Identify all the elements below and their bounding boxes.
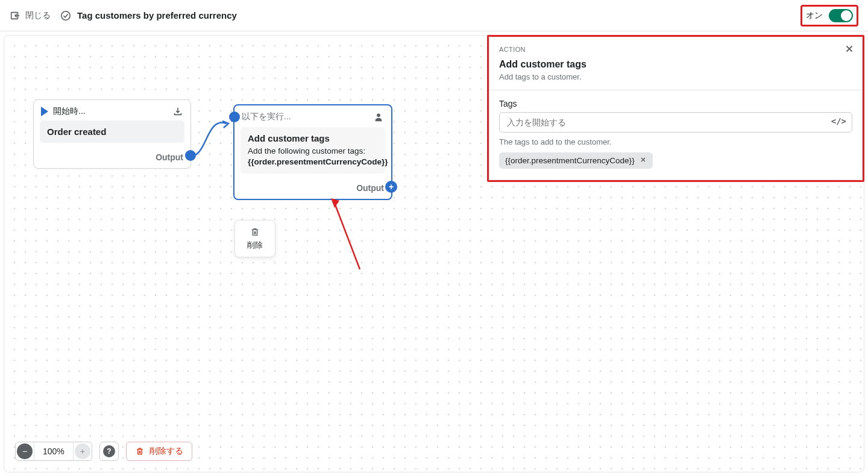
action-desc-prefix: Add the following customer tags:	[248, 146, 365, 155]
close-icon	[844, 43, 855, 54]
panel-title: Add customer tags	[499, 59, 852, 70]
trigger-foot: Output	[34, 149, 190, 168]
delete-node-label: 削除	[247, 240, 263, 251]
delete-workflow-label: 削除する	[149, 446, 183, 457]
header: 閉じる Tag customers by preferred currency …	[0, 0, 868, 31]
action-add-output[interactable]: +	[385, 181, 397, 193]
svg-line-3	[335, 203, 360, 269]
close-label: 閉じる	[25, 10, 51, 21]
delete-workflow-button[interactable]: 削除する	[126, 442, 192, 461]
panel-body: Tags </> The tags to add to the customer…	[489, 90, 862, 180]
panel-close-button[interactable]	[844, 43, 855, 56]
title-wrap: Tag customers by preferred currency	[60, 10, 237, 21]
trash-icon	[250, 227, 260, 237]
tags-help-text: The tags to add to the customer.	[499, 137, 852, 146]
person-icon	[373, 111, 384, 122]
exit-icon	[10, 10, 20, 21]
action-input-port[interactable]	[229, 111, 240, 122]
trigger-body: Order created	[40, 121, 184, 143]
trigger-node[interactable]: 開始時... Order created Output	[33, 99, 191, 169]
svg-point-2	[377, 113, 380, 117]
action-body: Add customer tags Add the following cust…	[241, 127, 385, 174]
trigger-node-head: 開始時...	[34, 100, 190, 121]
tag-chip-remove[interactable]	[640, 156, 647, 165]
trigger-output-label: Output	[156, 152, 183, 162]
tags-field-label: Tags	[499, 99, 852, 108]
action-panel: ACTION Add customer tags Add tags to a c…	[489, 37, 863, 180]
help-icon: ?	[103, 445, 115, 457]
play-icon	[41, 107, 48, 116]
action-output-label: Output	[356, 183, 384, 193]
action-desc-value: {{order.presentmentCurrencyCode}}	[248, 157, 388, 166]
zoom-in-button[interactable]: +	[75, 443, 90, 459]
workflow-toggle[interactable]	[829, 9, 853, 22]
page-title: Tag customers by preferred currency	[77, 10, 237, 20]
bottom-toolbar: − 100% + ? 削除する	[15, 442, 192, 461]
svg-point-1	[61, 11, 70, 19]
close-icon	[640, 156, 647, 163]
help-button[interactable]: ?	[99, 442, 119, 461]
trigger-head-label: 開始時...	[53, 106, 86, 117]
zoom-control: − 100% +	[15, 442, 92, 461]
tag-chip: {{order.presentmentCurrencyCode}}	[499, 152, 653, 169]
check-circle-icon	[60, 10, 71, 21]
toggle-label: オン	[806, 10, 823, 21]
annotation-arrow	[330, 197, 366, 275]
panel-eyebrow: ACTION	[499, 46, 852, 53]
trash-icon	[135, 446, 145, 456]
zoom-out-button[interactable]: −	[17, 443, 33, 459]
zoom-value[interactable]: 100%	[34, 442, 74, 460]
panel-subtitle: Add tags to a customer.	[499, 72, 852, 81]
action-node-head: 以下を実行...	[234, 105, 391, 127]
header-left: 閉じる Tag customers by preferred currency	[10, 10, 237, 21]
action-panel-highlight: ACTION Add customer tags Add tags to a c…	[487, 35, 864, 182]
action-head-label: 以下を実行...	[242, 111, 291, 122]
panel-head: ACTION Add customer tags Add tags to a c…	[489, 37, 862, 90]
code-icon[interactable]: </>	[831, 116, 846, 126]
action-foot: Output	[234, 180, 391, 199]
trigger-output-port[interactable]	[185, 150, 196, 161]
action-body-desc: Add the following customer tags: {{order…	[248, 146, 378, 168]
import-icon[interactable]	[172, 106, 183, 117]
close-button[interactable]: 閉じる	[10, 10, 51, 21]
tags-input[interactable]	[499, 112, 852, 133]
action-body-title: Add customer tags	[248, 133, 378, 143]
tags-input-wrap: </>	[499, 112, 852, 133]
delete-node-button[interactable]: 削除	[234, 220, 275, 257]
action-node[interactable]: 以下を実行... Add customer tags Add the follo…	[233, 104, 392, 200]
header-right-highlight: オン	[800, 5, 858, 27]
tag-chip-value: {{order.presentmentCurrencyCode}}	[505, 156, 635, 165]
